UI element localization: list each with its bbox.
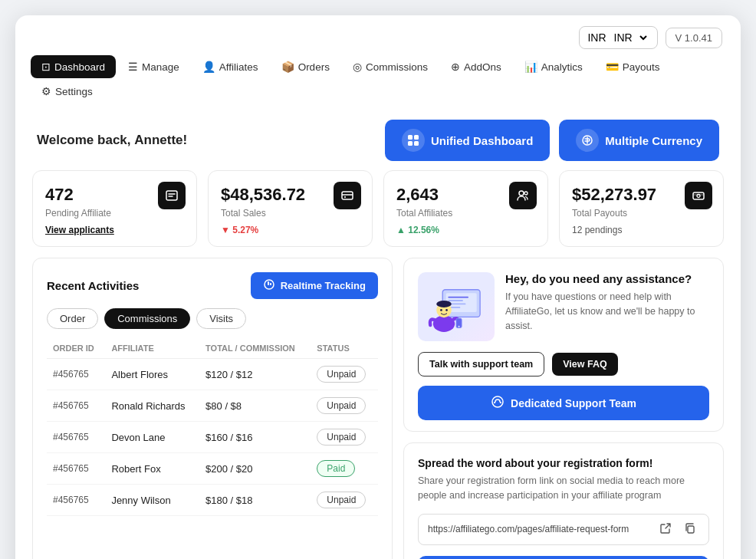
svg-rect-5 xyxy=(166,191,177,200)
cell-total: $160 / $16 xyxy=(199,422,311,453)
cell-status: Paid xyxy=(311,453,378,485)
version-badge: V 1.0.41 xyxy=(666,28,722,48)
filter-visits[interactable]: Visits xyxy=(196,308,246,329)
view-applicants-link[interactable]: View applicants xyxy=(45,225,184,235)
cell-total: $180 / $18 xyxy=(199,485,311,516)
svg-point-27 xyxy=(458,326,459,327)
unified-dashboard-button[interactable]: Unified Dashboard xyxy=(385,120,550,161)
svg-point-24 xyxy=(440,309,442,311)
table-row: #456765 Albert Flores $120 / $12 Unpaid xyxy=(47,359,378,390)
dedicated-support-button[interactable]: Dedicated Support Team xyxy=(418,386,709,420)
top-bar: INR INR USD EUR V 1.0.41 xyxy=(15,15,741,55)
filter-order[interactable]: Order xyxy=(47,308,98,329)
support-actions: Talk with support team View FAQ xyxy=(418,352,709,377)
affiliate-signup-form-button[interactable]: Affiliate Signup Form xyxy=(418,556,709,560)
currency-dropdown[interactable]: INR USD EUR xyxy=(611,31,649,44)
support-top: Hey, do you need any assistance? If you … xyxy=(418,272,709,341)
nav-item-payouts[interactable]: 💳 Payouts xyxy=(595,55,671,78)
nav-item-dashboard[interactable]: ⊡ Dashboard xyxy=(31,55,116,78)
svg-rect-0 xyxy=(408,135,413,140)
currency-value: INR xyxy=(587,31,606,44)
unified-dashboard-label: Unified Dashboard xyxy=(431,134,533,147)
table-row: #456765 Jenny Wilson $180 / $18 Unpaid xyxy=(47,485,378,516)
url-input-row xyxy=(418,514,709,545)
stat-change-sales: ▼ 5.27% xyxy=(221,225,360,235)
cell-order-id: #456765 xyxy=(47,422,105,453)
table-row: #456765 Devon Lane $160 / $16 Unpaid xyxy=(47,422,378,453)
svg-rect-13 xyxy=(268,281,269,285)
total-sales-icon xyxy=(334,182,361,209)
cell-order-id: #456765 xyxy=(47,359,105,390)
cell-affiliate: Devon Lane xyxy=(105,422,199,453)
svg-point-23 xyxy=(436,301,452,307)
currency-selector[interactable]: INR INR USD EUR xyxy=(579,26,657,49)
nav-label-payouts: Payouts xyxy=(623,61,660,73)
stat-label-pending: Pending Affiliate xyxy=(45,208,184,219)
cell-affiliate: Albert Flores xyxy=(105,359,199,390)
support-card: Hey, do you need any assistance? If you … xyxy=(403,258,724,432)
svg-rect-10 xyxy=(693,192,704,199)
nav-item-commissions[interactable]: ◎ Commissions xyxy=(342,55,439,78)
signup-url-input[interactable] xyxy=(428,524,650,534)
commissions-icon: ◎ xyxy=(353,61,362,73)
svg-point-9 xyxy=(524,192,528,195)
nav-item-addons[interactable]: ⊕ AddOns xyxy=(440,55,512,78)
multiple-currency-label: Multiple Currency xyxy=(605,134,702,147)
nav-label-commissions: Commissions xyxy=(366,61,428,73)
cell-status: Unpaid xyxy=(311,359,378,390)
svg-point-21 xyxy=(433,316,455,332)
nav-item-orders[interactable]: 📦 Orders xyxy=(271,55,340,78)
support-title: Hey, do you need any assistance? xyxy=(505,272,709,285)
svg-rect-6 xyxy=(342,192,353,199)
stat-sub-payouts: 12 pendings xyxy=(572,225,711,235)
svg-rect-3 xyxy=(414,141,419,146)
svg-rect-18 xyxy=(448,300,463,301)
filter-tabs: Order Commissions Visits xyxy=(47,308,378,329)
welcome-section: Welcome back, Annette! Unified Dashboard… xyxy=(15,112,741,170)
multiple-currency-button[interactable]: Multiple Currency xyxy=(559,120,719,161)
svg-point-7 xyxy=(344,196,346,198)
nav-item-analytics[interactable]: 📊 Analytics xyxy=(514,55,593,78)
realtime-icon xyxy=(263,278,275,293)
cell-order-id: #456765 xyxy=(47,390,105,422)
filter-commissions[interactable]: Commissions xyxy=(104,308,190,329)
payouts-icon: 💳 xyxy=(606,61,619,73)
svg-rect-17 xyxy=(448,297,468,298)
cell-total: $200 / $20 xyxy=(199,453,311,485)
stat-card-total-payouts: $52,273.97 Total Payouts 12 pendings xyxy=(559,170,724,247)
svg-rect-1 xyxy=(414,135,419,140)
nav-item-settings[interactable]: ⚙ Settings xyxy=(31,80,104,103)
col-affiliate: AFFILIATE xyxy=(105,338,199,359)
nav-item-manage[interactable]: ☰ Manage xyxy=(117,55,190,78)
nav-label-affiliates: Affiliates xyxy=(219,61,258,73)
stat-label-sales: Total Sales xyxy=(221,208,360,219)
svg-rect-2 xyxy=(408,141,413,146)
stat-card-total-affiliates: 2,643 Total Affiliates ▲ 12.56% xyxy=(383,170,548,247)
table-row: #456765 Ronald Richards $80 / $8 Unpaid xyxy=(47,390,378,422)
dedicated-support-label: Dedicated Support Team xyxy=(511,397,636,409)
cell-order-id: #456765 xyxy=(47,485,105,516)
welcome-text: Welcome back, Annette! xyxy=(37,133,187,148)
talk-support-button[interactable]: Talk with support team xyxy=(418,352,544,377)
nav-label-manage: Manage xyxy=(142,61,179,73)
realtime-tracking-button[interactable]: Realtime Tracking xyxy=(251,272,378,299)
open-url-button[interactable] xyxy=(656,521,675,538)
total-payouts-icon xyxy=(685,182,712,209)
signup-form-card: Spread the word about your registration … xyxy=(403,442,724,559)
analytics-icon: 📊 xyxy=(524,61,537,73)
col-total: TOTAL / COMMISSION xyxy=(199,338,311,359)
dashboard-icon: ⊡ xyxy=(41,61,51,73)
nav-item-affiliates[interactable]: 👤 Affiliates xyxy=(192,55,269,78)
activities-header: Recent Activities Realtime Tracking xyxy=(47,272,378,299)
welcome-username: Annette! xyxy=(134,133,187,147)
view-faq-button[interactable]: View FAQ xyxy=(552,353,617,376)
stat-change-affiliates: ▲ 12.56% xyxy=(396,225,535,235)
cell-order-id: #456765 xyxy=(47,453,105,485)
total-affiliates-icon xyxy=(509,182,537,209)
stat-card-pending-affiliate: 472 Pending Affiliate View applicants xyxy=(32,170,197,247)
manage-icon: ☰ xyxy=(128,61,138,73)
svg-rect-14 xyxy=(270,283,271,285)
activities-title: Recent Activities xyxy=(47,279,139,292)
multiple-currency-icon xyxy=(576,129,599,152)
copy-url-button[interactable] xyxy=(681,521,699,538)
